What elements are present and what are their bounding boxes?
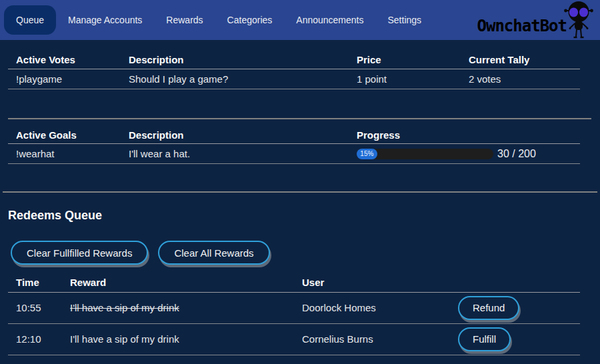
redeems-header-time: Time (8, 273, 62, 292)
tab-announcements[interactable]: Announcements (284, 5, 375, 35)
goals-header-command: Active Goals (8, 127, 121, 144)
redeems-table: Time Reward User 10:55 I'll have a sip o… (8, 273, 580, 355)
goal-row: !wearhat I'll wear a hat. 15% 30 / 200 (8, 144, 580, 164)
active-votes-table: Active Votes Description Price Current T… (8, 51, 580, 89)
redeem-user: Cornelius Burns (294, 323, 450, 355)
redeem-reward: I'll have a sip of my drink (70, 302, 179, 313)
redeem-time: 10:55 (8, 292, 62, 323)
redeem-time: 12:10 (8, 323, 62, 355)
goal-progress-cell: 15% 30 / 200 (349, 144, 580, 164)
section-divider (8, 118, 591, 119)
vote-row: !playgame Should I play a game? 1 point … (8, 69, 580, 89)
top-nav: Queue Manage Accounts Rewards Categories… (0, 0, 600, 40)
refund-button[interactable]: Refund (458, 296, 519, 320)
redeem-user: Doorlock Homes (294, 292, 450, 323)
redeems-actions: Clear Fullfilled Rewards Clear All Rewar… (11, 241, 600, 265)
tab-manage-accounts[interactable]: Manage Accounts (56, 5, 154, 35)
tab-rewards[interactable]: Rewards (154, 5, 215, 35)
redeems-header-user: User (294, 273, 450, 292)
goal-description: I'll wear a hat. (121, 144, 349, 164)
goals-header-description: Description (121, 127, 349, 144)
logo-wordmark: OwnchatBot (477, 17, 567, 35)
redeem-reward: I'll have a sip of my drink (70, 333, 179, 345)
vote-command: !playgame (8, 69, 121, 89)
active-goals-table: Active Goals Description Progress !wearh… (8, 127, 580, 165)
progress-bar: 15% (357, 149, 493, 159)
redeems-header-reward: Reward (62, 273, 294, 292)
vote-tally: 2 votes (461, 69, 580, 89)
votes-header-description: Description (121, 51, 349, 69)
progress-count: 30 / 200 (497, 148, 536, 160)
redeem-row: 12:10 I'll have a sip of my drink Cornel… (8, 323, 580, 355)
progress-bar-fill: 15% (357, 149, 377, 159)
votes-header-tally: Current Tally (461, 51, 580, 69)
redeem-row: 10:55 I'll have a sip of my drink Doorlo… (8, 292, 580, 323)
page-divider (3, 191, 597, 193)
app-logo: OwnchatBot (477, 0, 600, 40)
goals-header-progress: Progress (349, 127, 580, 144)
tab-settings[interactable]: Settings (375, 5, 433, 35)
vote-description: Should I play a game? (121, 69, 349, 89)
votes-header-price: Price (349, 51, 461, 69)
tab-categories[interactable]: Categories (215, 5, 285, 35)
fulfill-button[interactable]: Fulfill (458, 327, 511, 351)
robot-mascot-icon (563, 1, 595, 39)
clear-fulfilled-rewards-button[interactable]: Clear Fullfilled Rewards (11, 241, 148, 265)
tab-queue[interactable]: Queue (4, 5, 56, 35)
redeems-queue-title: Redeems Queue (8, 209, 600, 223)
goal-command: !wearhat (8, 144, 121, 164)
clear-all-rewards-button[interactable]: Clear All Rewards (158, 241, 269, 265)
vote-price: 1 point (349, 69, 461, 89)
redeems-header-action (450, 273, 580, 292)
votes-header-command: Active Votes (8, 51, 121, 69)
